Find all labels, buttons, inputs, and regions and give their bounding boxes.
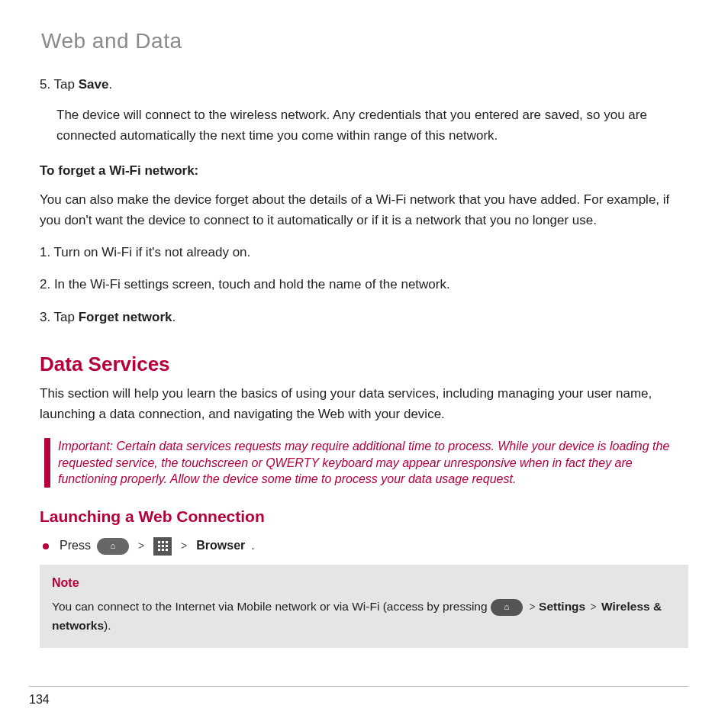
important-body: Certain data services requests may requi… bbox=[58, 440, 669, 485]
step-text-post: . bbox=[108, 77, 112, 92]
step-5: 5. Tap Save. bbox=[40, 75, 688, 95]
body-content: 5. Tap Save. The device will connect to … bbox=[40, 75, 688, 648]
chevron-icon: > bbox=[135, 538, 147, 555]
browser-label: Browser bbox=[196, 536, 245, 556]
home-icon: ⌂ bbox=[97, 538, 129, 555]
step-bold: Save bbox=[79, 77, 109, 92]
step-number: 5. bbox=[40, 77, 54, 92]
forget-step-3: 3. Tap Forget network. bbox=[40, 308, 688, 327]
page-number: 134 bbox=[29, 693, 50, 707]
data-services-intro: This section will help you learn the bas… bbox=[40, 384, 688, 424]
chevron-icon: > bbox=[530, 601, 536, 613]
step-bold: Forget network bbox=[79, 310, 172, 324]
step-pre: 3. Tap bbox=[40, 310, 79, 324]
callout-bar bbox=[44, 438, 50, 488]
forget-paragraph: You can also make the device forget abou… bbox=[40, 190, 688, 230]
forget-step-2: 2. In the Wi-Fi settings screen, touch a… bbox=[40, 275, 688, 295]
apps-icon bbox=[153, 537, 172, 556]
section-heading-data-services: Data Services bbox=[40, 349, 688, 379]
bullet-dot bbox=[43, 543, 49, 549]
note-pre: You can connect to the Internet via Mobi… bbox=[52, 600, 491, 613]
press-sequence: Press ⌂ > > Browser. bbox=[43, 536, 688, 556]
settings-label: Settings bbox=[539, 600, 585, 613]
note-box: Note You can connect to the Internet via… bbox=[40, 565, 688, 647]
step-text-pre: Tap bbox=[54, 77, 79, 92]
section-heading-launching: Launching a Web Connection bbox=[40, 504, 688, 530]
step-post: . bbox=[172, 310, 176, 324]
step-5-detail: The device will connect to the wireless … bbox=[56, 105, 688, 146]
important-label: Important: bbox=[58, 440, 113, 453]
important-callout: Important: Certain data services request… bbox=[44, 438, 688, 488]
footer-divider bbox=[29, 686, 688, 687]
note-body: You can connect to the Internet via Mobi… bbox=[52, 598, 676, 636]
page-title: Web and Data bbox=[41, 29, 688, 53]
callout-text: Important: Certain data services request… bbox=[58, 438, 688, 488]
document-page: Web and Data 5. Tap Save. The device wil… bbox=[0, 0, 728, 728]
forget-heading: To forget a Wi-Fi network: bbox=[40, 161, 688, 181]
period: . bbox=[251, 536, 254, 556]
forget-step-1: 1. Turn on Wi-Fi if it's not already on. bbox=[40, 243, 688, 263]
chevron-icon: > bbox=[178, 538, 190, 555]
press-label: Press bbox=[60, 536, 91, 556]
note-label: Note bbox=[52, 574, 676, 593]
note-close: ). bbox=[104, 619, 111, 632]
chevron-icon: > bbox=[589, 601, 598, 613]
home-icon: ⌂ bbox=[491, 599, 523, 616]
